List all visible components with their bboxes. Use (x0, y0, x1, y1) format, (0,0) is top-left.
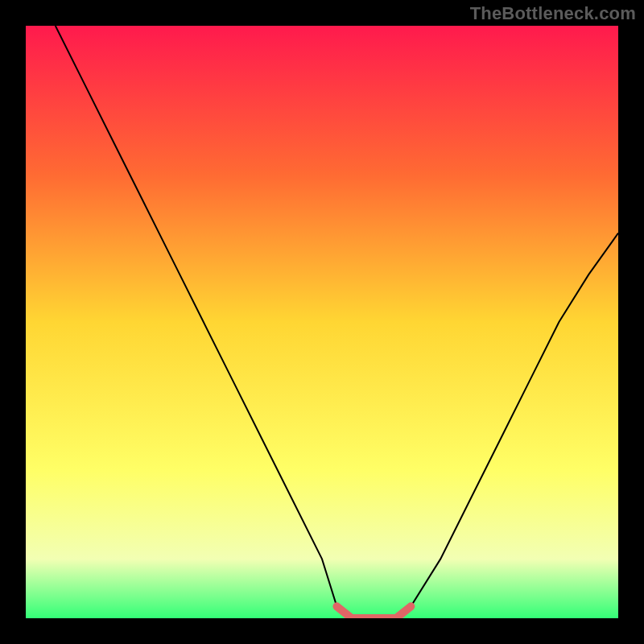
watermark-text: TheBottleneck.com (470, 3, 636, 24)
chart-svg (26, 26, 618, 618)
gradient-background (26, 26, 618, 618)
chart-frame: TheBottleneck.com (0, 0, 644, 644)
plot-area (26, 26, 618, 618)
